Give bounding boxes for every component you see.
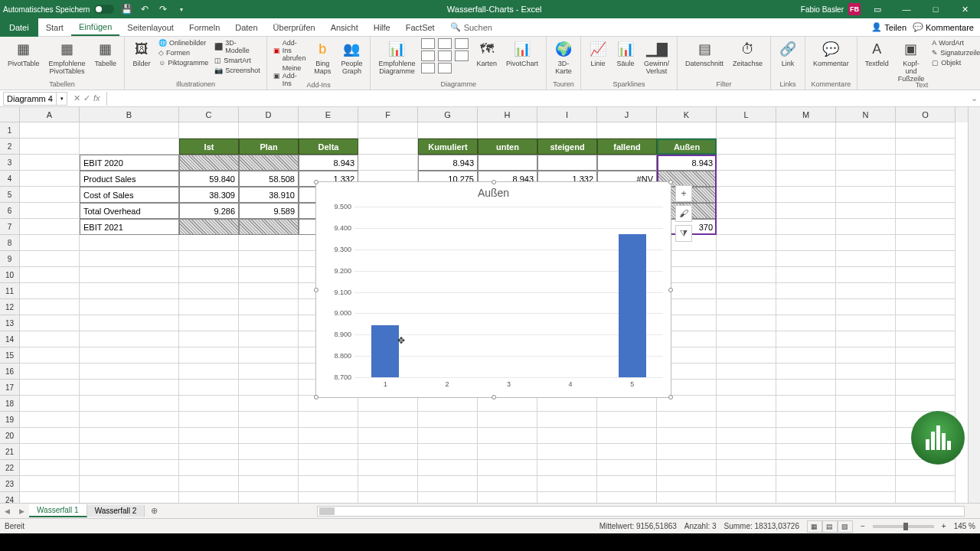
- minimize-icon[interactable]: —: [894, 2, 919, 17]
- cell[interactable]: steigend: [537, 139, 597, 155]
- cell[interactable]: [80, 283, 179, 299]
- pivotchart-button[interactable]: 📊PivotChart: [503, 38, 541, 69]
- cell[interactable]: [418, 412, 478, 428]
- cell[interactable]: [358, 122, 418, 139]
- cell[interactable]: [80, 476, 179, 492]
- cell[interactable]: [358, 155, 418, 171]
- people-graph-button[interactable]: 👥People Graph: [338, 38, 365, 77]
- cell[interactable]: [776, 122, 836, 139]
- cell[interactable]: [299, 122, 358, 139]
- chart-styles-button[interactable]: 🖌: [675, 205, 692, 222]
- formula-bar[interactable]: [106, 92, 968, 106]
- cell[interactable]: [537, 492, 597, 503]
- select-all-button[interactable]: [0, 107, 20, 122]
- cell[interactable]: [717, 364, 776, 380]
- cell[interactable]: [836, 122, 896, 139]
- close-icon[interactable]: ✕: [952, 2, 977, 17]
- tab-einfuegen[interactable]: Einfügen: [71, 19, 119, 36]
- cell[interactable]: 8.943: [299, 155, 358, 171]
- row-header[interactable]: 9: [0, 251, 20, 267]
- cell[interactable]: [20, 203, 80, 219]
- cell[interactable]: [896, 364, 956, 380]
- cell[interactable]: [20, 380, 80, 396]
- cell[interactable]: [597, 476, 657, 492]
- cell[interactable]: [836, 203, 896, 219]
- row-header[interactable]: 19: [0, 412, 20, 428]
- cell[interactable]: [776, 364, 836, 380]
- cell[interactable]: [299, 444, 358, 460]
- cell[interactable]: Cost of Sales: [80, 187, 179, 203]
- cell[interactable]: [20, 171, 80, 187]
- cell[interactable]: [836, 428, 896, 444]
- cell[interactable]: [717, 460, 776, 476]
- cell[interactable]: [896, 492, 956, 503]
- cell[interactable]: [836, 283, 896, 299]
- chart-elements-button[interactable]: +: [675, 185, 692, 202]
- col-header[interactable]: L: [717, 107, 776, 122]
- redo-icon[interactable]: ↷: [157, 3, 169, 15]
- col-header[interactable]: G: [418, 107, 478, 122]
- zoom-out-button[interactable]: −: [861, 522, 865, 530]
- cell[interactable]: [179, 331, 239, 347]
- cell[interactable]: [239, 460, 299, 476]
- 3dmodels-button[interactable]: ⬛3D-Modelle: [213, 38, 262, 55]
- cell[interactable]: [239, 267, 299, 283]
- cell[interactable]: [179, 299, 239, 315]
- cell[interactable]: [179, 347, 239, 364]
- cell[interactable]: [20, 122, 80, 139]
- save-icon[interactable]: 💾: [120, 3, 132, 15]
- col-header[interactable]: H: [478, 107, 537, 122]
- cell[interactable]: [537, 412, 597, 428]
- row-header[interactable]: 15: [0, 347, 20, 364]
- switch-off-icon[interactable]: [94, 5, 114, 14]
- row-headers[interactable]: 123456789101112131415161718192021222324: [0, 122, 20, 503]
- cell[interactable]: [776, 155, 836, 171]
- cell[interactable]: [239, 299, 299, 315]
- cell[interactable]: [20, 267, 80, 283]
- col-header[interactable]: N: [836, 107, 896, 122]
- screenshot-button[interactable]: 📷Screenshot: [213, 66, 262, 75]
- cell[interactable]: [537, 155, 597, 171]
- cell[interactable]: [20, 412, 80, 428]
- cell[interactable]: [239, 331, 299, 347]
- tab-formeln[interactable]: Formeln: [181, 20, 227, 35]
- cell[interactable]: [239, 444, 299, 460]
- cell[interactable]: [80, 444, 179, 460]
- cell[interactable]: [239, 396, 299, 412]
- row-header[interactable]: 10: [0, 267, 20, 283]
- view-normal-button[interactable]: ▦: [807, 520, 822, 533]
- row-header[interactable]: 21: [0, 444, 20, 460]
- cell[interactable]: [896, 299, 956, 315]
- sparkline-winloss-button[interactable]: ▁▇Gewinn/ Verlust: [641, 38, 672, 77]
- cell[interactable]: [80, 251, 179, 267]
- cell[interactable]: [776, 219, 836, 235]
- cell[interactable]: [836, 364, 896, 380]
- cell[interactable]: [537, 444, 597, 460]
- row-header[interactable]: 13: [0, 315, 20, 331]
- cell[interactable]: [239, 476, 299, 492]
- zoom-in-button[interactable]: +: [942, 522, 946, 530]
- header-footer-button[interactable]: ▣Kopf- und Fußzeile: [895, 38, 928, 84]
- cell[interactable]: [179, 380, 239, 396]
- cell[interactable]: [179, 428, 239, 444]
- cell[interactable]: [896, 187, 956, 203]
- cell[interactable]: Kumuliert: [418, 139, 478, 155]
- chart-type-button[interactable]: [438, 63, 452, 73]
- cell[interactable]: [239, 492, 299, 503]
- cell[interactable]: Ist: [179, 139, 239, 155]
- col-header[interactable]: I: [537, 107, 597, 122]
- cell[interactable]: [836, 299, 896, 315]
- sheet-tab[interactable]: Wasserfall 2: [87, 505, 145, 517]
- cell[interactable]: [896, 139, 956, 155]
- col-header[interactable]: C: [179, 107, 239, 122]
- cell[interactable]: [657, 396, 717, 412]
- cell[interactable]: [776, 476, 836, 492]
- col-header[interactable]: O: [896, 107, 956, 122]
- cell[interactable]: [836, 380, 896, 396]
- cell[interactable]: [717, 380, 776, 396]
- bing-maps-button[interactable]: bBing Maps: [310, 38, 335, 77]
- cell[interactable]: [239, 235, 299, 251]
- cell[interactable]: [836, 171, 896, 187]
- cell[interactable]: [717, 412, 776, 428]
- cell[interactable]: [358, 444, 418, 460]
